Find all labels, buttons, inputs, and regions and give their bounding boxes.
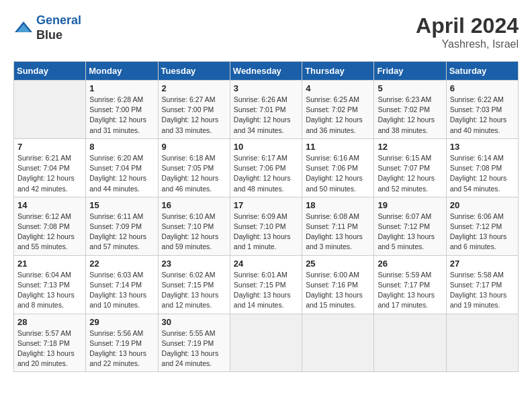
day-number: 7: [17, 142, 82, 152]
calendar-cell: 6Sunrise: 6:22 AM Sunset: 7:03 PM Daylig…: [446, 81, 518, 139]
day-number: 28: [17, 317, 82, 327]
day-info: Sunrise: 6:12 AM Sunset: 7:08 PM Dayligh…: [17, 212, 82, 253]
logo: General Blue: [13, 13, 81, 42]
calendar-cell: 12Sunrise: 6:15 AM Sunset: 7:07 PM Dayli…: [374, 138, 446, 197]
logo-line1: General: [36, 13, 81, 27]
day-info: Sunrise: 6:15 AM Sunset: 7:07 PM Dayligh…: [378, 153, 442, 194]
calendar-cell: 14Sunrise: 6:12 AM Sunset: 7:08 PM Dayli…: [14, 197, 86, 255]
calendar-cell: 7Sunrise: 6:21 AM Sunset: 7:04 PM Daylig…: [14, 138, 86, 197]
day-info: Sunrise: 6:01 AM Sunset: 7:15 PM Dayligh…: [234, 270, 298, 311]
day-number: 26: [378, 259, 442, 269]
day-number: 4: [306, 83, 370, 93]
calendar-cell: 5Sunrise: 6:23 AM Sunset: 7:02 PM Daylig…: [374, 81, 446, 139]
calendar-cell: 17Sunrise: 6:09 AM Sunset: 7:10 PM Dayli…: [230, 197, 302, 255]
logo-text: General Blue: [36, 13, 81, 42]
day-info: Sunrise: 6:02 AM Sunset: 7:15 PM Dayligh…: [162, 270, 226, 311]
day-info: Sunrise: 6:22 AM Sunset: 7:03 PM Dayligh…: [450, 95, 515, 136]
column-header-thursday: Thursday: [302, 62, 374, 81]
calendar-week-row: 7Sunrise: 6:21 AM Sunset: 7:04 PM Daylig…: [14, 138, 519, 197]
calendar-cell: 28Sunrise: 5:57 AM Sunset: 7:18 PM Dayli…: [14, 314, 86, 372]
calendar-cell: [374, 314, 446, 372]
day-info: Sunrise: 5:55 AM Sunset: 7:19 PM Dayligh…: [162, 328, 226, 369]
day-number: 13: [450, 142, 515, 152]
day-info: Sunrise: 6:08 AM Sunset: 7:11 PM Dayligh…: [306, 212, 370, 253]
calendar-cell: 22Sunrise: 6:03 AM Sunset: 7:14 PM Dayli…: [86, 255, 158, 314]
day-number: 23: [162, 259, 226, 269]
calendar-cell: 3Sunrise: 6:26 AM Sunset: 7:01 PM Daylig…: [230, 81, 302, 139]
day-info: Sunrise: 6:03 AM Sunset: 7:14 PM Dayligh…: [89, 270, 154, 311]
day-info: Sunrise: 6:11 AM Sunset: 7:09 PM Dayligh…: [89, 212, 154, 253]
day-info: Sunrise: 6:17 AM Sunset: 7:06 PM Dayligh…: [234, 153, 298, 194]
calendar-cell: 25Sunrise: 6:00 AM Sunset: 7:16 PM Dayli…: [302, 255, 374, 314]
day-number: 3: [234, 83, 298, 93]
day-info: Sunrise: 6:25 AM Sunset: 7:02 PM Dayligh…: [306, 95, 370, 136]
calendar-week-row: 21Sunrise: 6:04 AM Sunset: 7:13 PM Dayli…: [14, 255, 519, 314]
day-number: 16: [162, 200, 226, 210]
calendar-cell: 29Sunrise: 5:56 AM Sunset: 7:19 PM Dayli…: [86, 314, 158, 372]
day-info: Sunrise: 5:56 AM Sunset: 7:19 PM Dayligh…: [89, 328, 154, 369]
day-number: 1: [89, 83, 154, 93]
day-info: Sunrise: 6:21 AM Sunset: 7:04 PM Dayligh…: [17, 153, 82, 194]
day-info: Sunrise: 5:57 AM Sunset: 7:18 PM Dayligh…: [17, 328, 82, 369]
day-number: 24: [234, 259, 298, 269]
calendar-week-row: 1Sunrise: 6:28 AM Sunset: 7:00 PM Daylig…: [14, 81, 519, 139]
day-info: Sunrise: 5:59 AM Sunset: 7:17 PM Dayligh…: [378, 270, 442, 311]
day-number: 17: [234, 200, 298, 210]
calendar-cell: 20Sunrise: 6:06 AM Sunset: 7:12 PM Dayli…: [446, 197, 518, 255]
calendar-cell: 8Sunrise: 6:20 AM Sunset: 7:04 PM Daylig…: [86, 138, 158, 197]
day-info: Sunrise: 6:07 AM Sunset: 7:12 PM Dayligh…: [378, 212, 442, 253]
calendar-cell: 19Sunrise: 6:07 AM Sunset: 7:12 PM Dayli…: [374, 197, 446, 255]
day-number: 20: [450, 200, 515, 210]
calendar-header-row: SundayMondayTuesdayWednesdayThursdayFrid…: [14, 62, 519, 81]
calendar-cell: 9Sunrise: 6:18 AM Sunset: 7:05 PM Daylig…: [158, 138, 230, 197]
day-info: Sunrise: 6:26 AM Sunset: 7:01 PM Dayligh…: [234, 95, 298, 136]
calendar-cell: 13Sunrise: 6:14 AM Sunset: 7:08 PM Dayli…: [446, 138, 518, 197]
calendar-cell: 4Sunrise: 6:25 AM Sunset: 7:02 PM Daylig…: [302, 81, 374, 139]
day-info: Sunrise: 6:20 AM Sunset: 7:04 PM Dayligh…: [89, 153, 154, 194]
column-header-tuesday: Tuesday: [158, 62, 230, 81]
calendar-cell: 18Sunrise: 6:08 AM Sunset: 7:11 PM Dayli…: [302, 197, 374, 255]
calendar-cell: 11Sunrise: 6:16 AM Sunset: 7:06 PM Dayli…: [302, 138, 374, 197]
day-info: Sunrise: 5:58 AM Sunset: 7:17 PM Dayligh…: [450, 270, 515, 311]
day-info: Sunrise: 6:06 AM Sunset: 7:12 PM Dayligh…: [450, 212, 515, 253]
day-info: Sunrise: 6:28 AM Sunset: 7:00 PM Dayligh…: [89, 95, 154, 136]
day-number: 18: [306, 200, 370, 210]
calendar-cell: [446, 314, 518, 372]
calendar-cell: 30Sunrise: 5:55 AM Sunset: 7:19 PM Dayli…: [158, 314, 230, 372]
calendar-body: 1Sunrise: 6:28 AM Sunset: 7:00 PM Daylig…: [14, 81, 519, 372]
day-number: 27: [450, 259, 515, 269]
calendar-cell: 10Sunrise: 6:17 AM Sunset: 7:06 PM Dayli…: [230, 138, 302, 197]
calendar-cell: 1Sunrise: 6:28 AM Sunset: 7:00 PM Daylig…: [86, 81, 158, 139]
calendar-cell: 26Sunrise: 5:59 AM Sunset: 7:17 PM Dayli…: [374, 255, 446, 314]
column-header-sunday: Sunday: [14, 62, 86, 81]
calendar-week-row: 14Sunrise: 6:12 AM Sunset: 7:08 PM Dayli…: [14, 197, 519, 255]
calendar-cell: 23Sunrise: 6:02 AM Sunset: 7:15 PM Dayli…: [158, 255, 230, 314]
calendar-cell: 24Sunrise: 6:01 AM Sunset: 7:15 PM Dayli…: [230, 255, 302, 314]
day-number: 9: [162, 142, 226, 152]
day-number: 25: [306, 259, 370, 269]
logo-icon: [13, 20, 34, 36]
day-number: 30: [162, 317, 226, 327]
calendar-week-row: 28Sunrise: 5:57 AM Sunset: 7:18 PM Dayli…: [14, 314, 519, 372]
column-header-saturday: Saturday: [446, 62, 518, 81]
calendar-cell: 16Sunrise: 6:10 AM Sunset: 7:10 PM Dayli…: [158, 197, 230, 255]
calendar-cell: [230, 314, 302, 372]
day-info: Sunrise: 6:27 AM Sunset: 7:00 PM Dayligh…: [162, 95, 226, 136]
main-title: April 2024: [416, 13, 519, 38]
logo-line2: Blue: [36, 28, 81, 43]
calendar-cell: [302, 314, 374, 372]
calendar-cell: 15Sunrise: 6:11 AM Sunset: 7:09 PM Dayli…: [86, 197, 158, 255]
page-header: General Blue April 2024 Yashresh, Israel: [13, 13, 519, 50]
day-number: 5: [378, 83, 442, 93]
day-number: 15: [89, 200, 154, 210]
calendar-table: SundayMondayTuesdayWednesdayThursdayFrid…: [13, 61, 519, 372]
day-number: 8: [89, 142, 154, 152]
day-number: 10: [234, 142, 298, 152]
day-info: Sunrise: 6:04 AM Sunset: 7:13 PM Dayligh…: [17, 270, 82, 311]
day-number: 29: [89, 317, 154, 327]
day-number: 12: [378, 142, 442, 152]
day-number: 11: [306, 142, 370, 152]
calendar-cell: 27Sunrise: 5:58 AM Sunset: 7:17 PM Dayli…: [446, 255, 518, 314]
day-number: 19: [378, 200, 442, 210]
day-info: Sunrise: 6:14 AM Sunset: 7:08 PM Dayligh…: [450, 153, 515, 194]
